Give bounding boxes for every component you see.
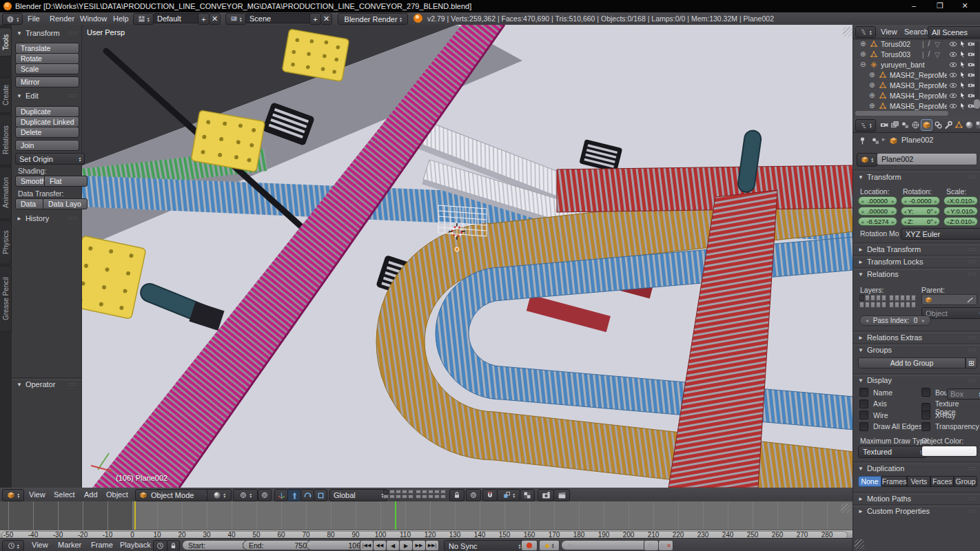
outliner-menu-search[interactable]: Search: [903, 25, 930, 38]
rotation-z-field[interactable]: ◂Z:0°▸: [901, 217, 940, 226]
rotation-y-field[interactable]: ◂Y:0°▸: [901, 207, 940, 216]
checkbox[interactable]: [859, 410, 868, 419]
manipulator-axes-toggle[interactable]: [274, 489, 288, 501]
duplication-option-faces[interactable]: Faces: [930, 476, 954, 487]
editor-type-3dview-button[interactable]: ▴▾: [2, 489, 24, 501]
selectable-cursor-icon[interactable]: [959, 92, 967, 100]
snap-target-button[interactable]: [520, 489, 535, 501]
layer-cell[interactable]: [440, 490, 446, 494]
hide-eye-icon[interactable]: [949, 61, 957, 69]
menu-render[interactable]: Render: [48, 12, 76, 25]
tab-material[interactable]: [964, 120, 974, 130]
selectable-cursor-icon[interactable]: [959, 40, 967, 48]
timeline-menu-frame[interactable]: Frame: [90, 539, 114, 551]
timeline-menu-view[interactable]: View: [30, 539, 50, 551]
rotation-mode-dropdown[interactable]: XYZ Euler▴▾: [901, 228, 980, 240]
mode-dropdown[interactable]: Object Mode▴▾: [135, 489, 212, 501]
manipulator-scale-button[interactable]: [314, 489, 327, 501]
timeline-tracks[interactable]: [0, 501, 853, 530]
outliner-item-name[interactable]: MASH4_ReproMesh: [890, 92, 947, 100]
layer-cell[interactable]: [402, 495, 407, 499]
frame-end-field[interactable]: End:750: [243, 540, 313, 550]
pivot-point-dropdown[interactable]: ▴▾: [233, 489, 258, 501]
layer-cell[interactable]: [865, 295, 870, 301]
outliner-menu-view[interactable]: View: [879, 25, 899, 38]
expand-toggle-icon[interactable]: ⊕: [869, 71, 875, 79]
duplication-option-verts[interactable]: Verts: [907, 476, 930, 487]
layer-cell[interactable]: [383, 495, 389, 499]
snap-toggle[interactable]: [482, 489, 498, 501]
display-option-name[interactable]: Name: [859, 388, 892, 397]
play-button[interactable]: ▶: [399, 540, 413, 551]
timeline-menu-playback[interactable]: Playback: [119, 539, 152, 551]
max-draw-type-dropdown[interactable]: Textured▴▾: [858, 446, 927, 458]
location-z-field[interactable]: ◂-8.5274▸: [858, 217, 897, 226]
panel-display-header[interactable]: ▼Display: [858, 376, 892, 384]
tab-render[interactable]: [879, 120, 890, 130]
display-option-wire[interactable]: Wire: [859, 410, 888, 419]
location-y-field[interactable]: ◂.00000▸: [858, 207, 897, 216]
menu-file[interactable]: File: [26, 12, 41, 25]
layer-cell[interactable]: [396, 495, 401, 499]
outliner-row[interactable]: ⊕MASH2_ReproMesh: [853, 70, 976, 81]
timeline-current-frame-line[interactable]: [395, 501, 396, 530]
close-button[interactable]: ✕: [955, 0, 974, 12]
layer-cell[interactable]: [900, 295, 905, 301]
expand-toggle-icon[interactable]: ⊕: [869, 102, 875, 110]
outliner-row[interactable]: ⊕MASH3_ReproMesh: [853, 81, 976, 91]
layer-cell[interactable]: [428, 495, 433, 499]
layer-cell[interactable]: [911, 302, 916, 308]
panel-duplication-header[interactable]: ▼Duplication: [858, 464, 904, 472]
jump-to-end-button[interactable]: ▶▶|: [425, 540, 439, 551]
panel-transform-header[interactable]: ▼Transform: [17, 29, 60, 37]
layer-cell[interactable]: [889, 302, 894, 308]
display-option-x-ray[interactable]: X-Ray: [921, 410, 955, 419]
display-option-transparency[interactable]: Transparency: [921, 422, 979, 431]
layer-cell[interactable]: [422, 495, 427, 499]
outliner-item-name[interactable]: yuruyen_bant: [881, 61, 947, 69]
opengl-render-anim-button[interactable]: [553, 489, 570, 501]
expand-toggle-icon[interactable]: ⊕: [869, 92, 875, 99]
checkbox[interactable]: [859, 399, 868, 408]
toolshelf-tab-physics[interactable]: Physics: [0, 220, 12, 264]
layer-cell[interactable]: [859, 302, 864, 308]
timeline-resize-grip[interactable]: [841, 503, 850, 513]
expand-toggle-icon[interactable]: ⊕: [860, 40, 866, 48]
outliner-item-name[interactable]: MASH3_ReproMesh: [890, 81, 947, 90]
layer-cell[interactable]: [881, 302, 886, 308]
viewport-resize-grip[interactable]: [843, 27, 853, 37]
hide-eye-icon[interactable]: [949, 40, 957, 48]
scale-x-field[interactable]: ◂X:0.010▸: [943, 196, 978, 205]
panel-delta-transform-header[interactable]: ►Delta Transform: [858, 245, 921, 253]
jump-prev-keyframe-button[interactable]: ◀◀: [373, 540, 387, 551]
layer-cell[interactable]: [416, 490, 421, 494]
tab-world[interactable]: [910, 120, 921, 130]
display-option-axis[interactable]: Axis: [859, 399, 887, 408]
viewport-shading-dropdown[interactable]: ▴▾: [207, 489, 232, 501]
layer-cell[interactable]: [870, 302, 875, 308]
layer-cell[interactable]: [434, 490, 440, 494]
panel-relations-extras-header[interactable]: ►Relations Extras: [858, 333, 922, 342]
hide-eye-icon[interactable]: [949, 92, 957, 100]
layer-cell[interactable]: [911, 295, 916, 301]
layers-grid[interactable]: [889, 295, 916, 308]
layer-cell[interactable]: [422, 490, 427, 494]
menu-select[interactable]: Select: [52, 488, 76, 501]
scene-name-field[interactable]: Scene: [245, 13, 316, 23]
layer-cell[interactable]: [408, 490, 414, 494]
layers-grid[interactable]: [859, 295, 886, 308]
properties-resize-grip[interactable]: [855, 539, 864, 549]
layer-cell[interactable]: [389, 495, 395, 499]
scale-button[interactable]: Scale: [15, 63, 79, 74]
layer-cell[interactable]: [895, 295, 899, 301]
menu-window[interactable]: Window: [79, 12, 108, 25]
lock-to-scene-toggle[interactable]: [449, 489, 465, 501]
parent-object-field[interactable]: [921, 294, 977, 305]
layer-cell[interactable]: [881, 295, 886, 301]
expand-toggle-icon[interactable]: ⊕: [860, 50, 866, 58]
insert-keyframe-button[interactable]: [644, 540, 659, 551]
opengl-render-button[interactable]: [538, 489, 554, 501]
scale-z-field[interactable]: ◂Z:0.010▸: [943, 217, 978, 226]
layer-cell[interactable]: [900, 302, 905, 308]
display-option-draw-all-edges[interactable]: Draw All Edges: [859, 422, 922, 431]
